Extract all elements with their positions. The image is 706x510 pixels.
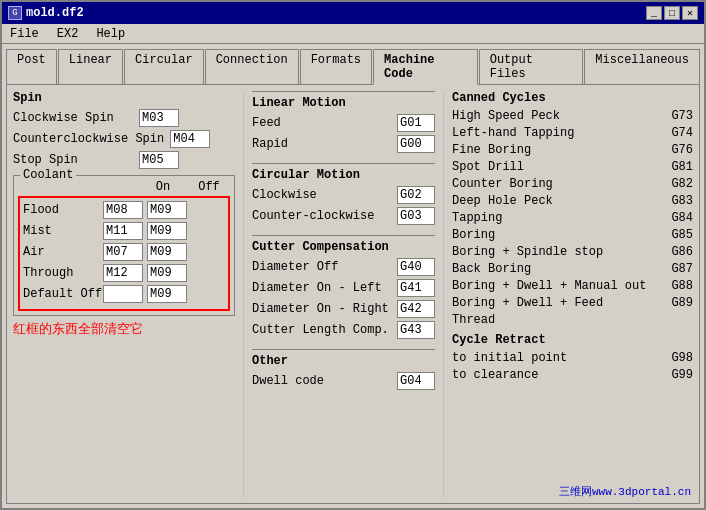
coolant-title: Coolant (20, 168, 76, 182)
air-on-input[interactable] (103, 243, 143, 261)
linear-motion-section: Linear Motion Feed Rapid (252, 91, 435, 153)
counter-clockwise-input[interactable] (397, 207, 435, 225)
menu-bar: File EX2 Help (2, 24, 704, 44)
tab-linear[interactable]: Linear (58, 49, 123, 85)
through-on-input[interactable] (103, 264, 143, 282)
tapping-label: Tapping (452, 211, 663, 225)
counterclockwise-spin-label: Counterclockwise Spin (13, 132, 164, 146)
through-inputs (103, 264, 187, 282)
close-button[interactable]: ✕ (682, 6, 698, 20)
menu-file[interactable]: File (6, 26, 43, 42)
counterclockwise-spin-row: Counterclockwise Spin (13, 130, 235, 148)
cycle-retract-section: Cycle Retract to initial point G98 to cl… (452, 333, 693, 382)
stop-spin-row: Stop Spin (13, 151, 235, 169)
to-initial-point-value: G98 (663, 351, 693, 365)
clockwise-spin-input[interactable] (139, 109, 179, 127)
mist-off-input[interactable] (147, 222, 187, 240)
cutter-length-comp-label: Cutter Length Comp. (252, 323, 397, 337)
tab-miscellaneous[interactable]: Miscellaneous (584, 49, 700, 85)
cutter-length-comp-input[interactable] (397, 321, 435, 339)
high-speed-peck-row: High Speed Peck G73 (452, 109, 693, 123)
through-label: Through (23, 266, 103, 280)
cutter-compensation-title: Cutter Compensation (252, 235, 435, 254)
through-off-input[interactable] (147, 264, 187, 282)
mist-label: Mist (23, 224, 103, 238)
mist-row: Mist (23, 222, 225, 240)
coolant-headers: On Off (98, 180, 230, 194)
flood-inputs (103, 201, 187, 219)
thread-row: Thread (452, 313, 693, 327)
menu-help[interactable]: Help (92, 26, 129, 42)
tab-bar: Post Linear Circular Connection Formats … (2, 44, 704, 84)
title-bar: G mold.df2 _ □ ✕ (2, 2, 704, 24)
diameter-on-right-label: Diameter On - Right (252, 302, 397, 316)
boring-dwell-manual-label: Boring + Dwell + Manual out (452, 279, 663, 293)
boring-spindle-stop-value: G86 (663, 245, 693, 259)
thread-label: Thread (452, 313, 663, 327)
spot-drill-value: G81 (663, 160, 693, 174)
flood-off-input[interactable] (147, 201, 187, 219)
diameter-on-left-input[interactable] (397, 279, 435, 297)
boring-dwell-feed-value: G89 (663, 296, 693, 310)
spot-drill-label: Spot Drill (452, 160, 663, 174)
feed-row: Feed (252, 114, 435, 132)
to-initial-point-label: to initial point (452, 351, 663, 365)
back-boring-value: G87 (663, 262, 693, 276)
mist-on-input[interactable] (103, 222, 143, 240)
canned-cycles-title: Canned Cycles (452, 91, 693, 105)
fine-boring-row: Fine Boring G76 (452, 143, 693, 157)
counter-boring-row: Counter Boring G82 (452, 177, 693, 191)
boring-label: Boring (452, 228, 663, 242)
tapping-row: Tapping G84 (452, 211, 693, 225)
counterclockwise-spin-input[interactable] (170, 130, 210, 148)
clockwise-input[interactable] (397, 186, 435, 204)
dwell-code-input[interactable] (397, 372, 435, 390)
to-initial-point-row: to initial point G98 (452, 351, 693, 365)
boring-dwell-manual-value: G88 (663, 279, 693, 293)
rapid-row: Rapid (252, 135, 435, 153)
clockwise-row: Clockwise (252, 186, 435, 204)
canned-cycles-section: Canned Cycles High Speed Peck G73 Left-h… (452, 91, 693, 327)
main-content: Spin Clockwise Spin Counterclockwise Spi… (6, 84, 700, 504)
cutter-length-comp-row: Cutter Length Comp. (252, 321, 435, 339)
diameter-off-row: Diameter Off (252, 258, 435, 276)
diameter-on-right-row: Diameter On - Right (252, 300, 435, 318)
tab-circular[interactable]: Circular (124, 49, 204, 85)
flood-on-input[interactable] (103, 201, 143, 219)
rapid-input[interactable] (397, 135, 435, 153)
boring-dwell-feed-label: Boring + Dwell + Feed (452, 296, 663, 310)
tab-machine-code[interactable]: Machine Code (373, 49, 478, 85)
stop-spin-input[interactable] (139, 151, 179, 169)
to-clearance-value: G99 (663, 368, 693, 382)
left-hand-tapping-row: Left-hand Tapping G74 (452, 126, 693, 140)
tab-output-files[interactable]: Output Files (479, 49, 584, 85)
feed-input[interactable] (397, 114, 435, 132)
title-bar-left: G mold.df2 (8, 6, 84, 20)
minimize-button[interactable]: _ (646, 6, 662, 20)
tab-formats[interactable]: Formats (300, 49, 372, 85)
annotation-text: 红框的东西全部清空它 (13, 320, 235, 338)
other-section: Other Dwell code (252, 349, 435, 390)
tab-post[interactable]: Post (6, 49, 57, 85)
boring-dwell-feed-row: Boring + Dwell + Feed G89 (452, 296, 693, 310)
left-hand-tapping-label: Left-hand Tapping (452, 126, 663, 140)
air-off-input[interactable] (147, 243, 187, 261)
app-icon: G (8, 6, 22, 20)
deep-hole-peck-label: Deep Hole Peck (452, 194, 663, 208)
feed-label: Feed (252, 116, 397, 130)
flood-label: Flood (23, 203, 103, 217)
back-boring-row: Back Boring G87 (452, 262, 693, 276)
default-off-off-input[interactable] (147, 285, 187, 303)
back-boring-label: Back Boring (452, 262, 663, 276)
menu-ex2[interactable]: EX2 (53, 26, 83, 42)
default-off-on-input[interactable] (103, 285, 143, 303)
circular-motion-section: Circular Motion Clockwise Counter-clockw… (252, 163, 435, 225)
coolant-header-off: Off (188, 180, 230, 194)
dwell-code-row: Dwell code (252, 372, 435, 390)
diameter-on-right-input[interactable] (397, 300, 435, 318)
maximize-button[interactable]: □ (664, 6, 680, 20)
tab-connection[interactable]: Connection (205, 49, 299, 85)
air-row: Air (23, 243, 225, 261)
diameter-off-input[interactable] (397, 258, 435, 276)
deep-hole-peck-value: G83 (663, 194, 693, 208)
